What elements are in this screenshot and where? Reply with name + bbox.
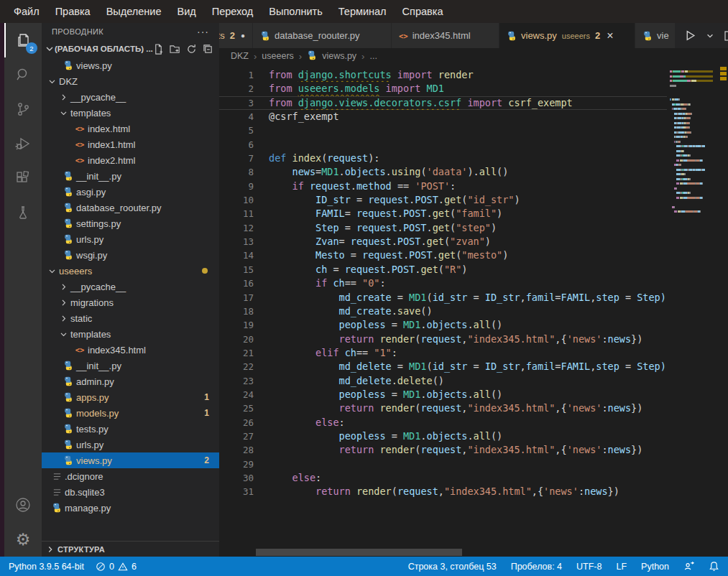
tree-item-static[interactable]: static xyxy=(42,310,219,326)
tree-item-apps.py[interactable]: apps.py1 xyxy=(42,389,219,405)
tree-item-asgi.py[interactable]: asgi.py xyxy=(42,184,219,200)
code-line-9: 9 if request.method == 'POST': xyxy=(219,180,667,193)
code-line-31: 31 return render(request,"index345.html"… xyxy=(219,485,667,498)
collapse-all-icon[interactable] xyxy=(203,44,213,55)
code-editor[interactable]: 1from django.shortcuts import render2fro… xyxy=(219,64,667,557)
tab-views.py[interactable]: views.pyuseeers2× xyxy=(499,23,635,48)
python-file-icon xyxy=(62,392,75,402)
breadcrumb: DKZ › useeers › views.py › ... xyxy=(219,48,728,64)
search-icon[interactable] xyxy=(4,57,42,92)
tree-item-db.sqlite3[interactable]: db.sqlite3 xyxy=(42,484,219,500)
minimap-line xyxy=(670,113,719,115)
account-icon[interactable] xyxy=(4,488,42,522)
tab-vie[interactable]: vie xyxy=(635,23,676,48)
close-tab-icon[interactable]: × xyxy=(607,30,613,42)
tree-item-__pycache__[interactable]: __pycache__ xyxy=(42,279,219,294)
tree-item-views.py[interactable]: views.py2 xyxy=(42,452,219,468)
files-icon[interactable]: 2 xyxy=(4,23,42,57)
menu-item-Терминал[interactable]: Терминал xyxy=(331,0,395,23)
tree-item-__init__.py[interactable]: __init__.py xyxy=(42,358,219,373)
tree-item-urls.py[interactable]: urls.py xyxy=(42,437,219,452)
minimap-line xyxy=(670,169,719,171)
split-editor-icon[interactable] xyxy=(724,30,728,42)
tree-item-models.py[interactable]: models.py1 xyxy=(42,405,219,421)
tree-item-templates[interactable]: templates xyxy=(42,326,219,342)
breadcrumb-item[interactable]: ... xyxy=(369,51,377,61)
indentation-setting[interactable]: Пробелов: 4 xyxy=(511,562,562,572)
cursor-position[interactable]: Строка 3, столбец 53 xyxy=(408,562,497,572)
menu-item-Выделение[interactable]: Выделение xyxy=(98,0,170,23)
extensions-icon[interactable] xyxy=(4,161,42,195)
error-count: 0 xyxy=(109,562,114,572)
tree-item-index.html[interactable]: <>index.html xyxy=(42,121,219,136)
run-python-file-icon[interactable] xyxy=(684,29,696,42)
menu-item-Файл[interactable]: Файл xyxy=(6,0,47,23)
feedback-icon[interactable] xyxy=(683,561,694,572)
line-number: 27 xyxy=(219,429,254,443)
tree-item-database_roouter.py[interactable]: database_roouter.py xyxy=(42,200,219,215)
source-control-icon[interactable] xyxy=(4,92,42,126)
breadcrumb-item[interactable]: views.py xyxy=(322,51,356,61)
tree-item-migrations[interactable]: migrations xyxy=(42,294,219,310)
run-debug-icon[interactable] xyxy=(4,126,42,161)
line-number: 18 xyxy=(219,305,254,318)
tree-item-useeers[interactable]: useeers xyxy=(42,263,219,279)
minimap-line xyxy=(670,206,719,208)
eol-setting[interactable]: LF xyxy=(616,562,627,572)
run-dropdown-chevron-icon[interactable] xyxy=(706,32,714,40)
outline-section-header[interactable]: СТРУКТУРА xyxy=(42,541,219,557)
menu-item-Переход[interactable]: Переход xyxy=(204,0,262,23)
tree-item-index1.html[interactable]: <>index1.html xyxy=(42,136,219,152)
language-mode[interactable]: Python xyxy=(641,562,669,572)
code-line-7: 7def index(request): xyxy=(219,152,667,165)
tree-item-DKZ[interactable]: DKZ xyxy=(42,73,219,89)
tree-item-__init__.py[interactable]: __init__.py xyxy=(42,168,219,184)
refresh-icon[interactable] xyxy=(186,44,197,55)
menu-item-Вид[interactable]: Вид xyxy=(169,0,203,23)
explorer-more-icon[interactable]: ··· xyxy=(197,26,209,37)
overview-ruler[interactable] xyxy=(719,64,728,557)
code-line-11: 11 FAMIL= request.POST.get("famil") xyxy=(219,207,667,220)
tree-item-admin.py[interactable]: admin.py xyxy=(42,373,219,389)
tab-label: views.py xyxy=(521,30,557,41)
tree-item-settings.py[interactable]: settings.py xyxy=(42,215,219,231)
python-interpreter[interactable]: Python 3.9.5 64-bit xyxy=(9,562,84,572)
minimap-line xyxy=(670,89,719,91)
settings-gear-icon[interactable]: ⚙ xyxy=(4,522,42,557)
minimap[interactable] xyxy=(667,64,719,557)
code-line-27: 27 peopless = MD1.objects.all() xyxy=(219,429,667,443)
workspace-section-header[interactable]: (РАБОЧАЯ ОБЛАСТЬ) ... xyxy=(42,40,219,57)
testing-icon[interactable] xyxy=(4,195,42,230)
main-area: 2 xyxy=(0,23,728,557)
menu-item-Выполнить[interactable]: Выполнить xyxy=(261,0,330,23)
menu-item-Правка[interactable]: Правка xyxy=(47,0,98,23)
new-file-icon[interactable] xyxy=(153,44,164,55)
tree-item-wsgi.py[interactable]: wsgi.py xyxy=(42,247,219,263)
dirty-indicator-icon[interactable]: ● xyxy=(241,32,245,40)
horizontal-scrollbar[interactable] xyxy=(256,549,462,556)
encoding-setting[interactable]: UTF-8 xyxy=(576,562,602,572)
notifications-bell-icon[interactable] xyxy=(709,561,719,572)
tree-item-label: database_roouter.py xyxy=(76,203,162,213)
tree-item-templates[interactable]: templates xyxy=(42,105,219,121)
breadcrumb-item[interactable]: useeers xyxy=(262,51,293,61)
tree-item-.dcignore[interactable]: .dcignore xyxy=(42,468,219,484)
new-folder-icon[interactable] xyxy=(170,44,180,55)
tree-item-__pycache__[interactable]: __pycache__ xyxy=(42,89,219,105)
problems-indicator[interactable]: 0 6 xyxy=(96,562,137,572)
code-line-29: 29 xyxy=(219,457,667,471)
tree-item-manage.py[interactable]: manage.py xyxy=(42,500,219,516)
tab-diiits[interactable]: diiits2● xyxy=(219,23,253,48)
code-line-3: 3from django.views.decorators.csrf impor… xyxy=(219,96,667,110)
tree-item-index2.html[interactable]: <>index2.html xyxy=(42,152,219,168)
breadcrumb-item[interactable]: DKZ xyxy=(231,51,249,61)
tab-description: useeers xyxy=(562,32,590,40)
modified-count-badge: 1 xyxy=(204,408,209,418)
tree-item-tests.py[interactable]: tests.py xyxy=(42,421,219,437)
menu-item-Справка[interactable]: Справка xyxy=(395,0,451,23)
tab-index345.html[interactable]: <>index345.html xyxy=(392,23,499,48)
tree-item-urls.py[interactable]: urls.py xyxy=(42,231,219,247)
tab-database_roouter.py[interactable]: database_roouter.py xyxy=(253,23,392,48)
tree-item-index345.html[interactable]: <>index345.html xyxy=(42,342,219,358)
tree-item-views.py[interactable]: views.py xyxy=(42,57,219,73)
